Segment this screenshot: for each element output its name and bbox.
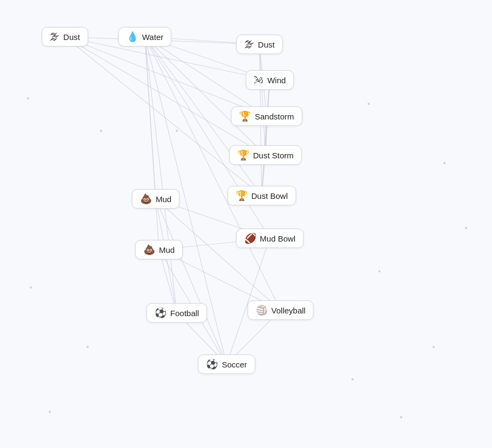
decorative-dot [30, 286, 32, 289]
decorative-dot [176, 130, 178, 132]
node-label-duststorm: Dust Storm [253, 151, 294, 160]
node-emoji-sandstorm: 🏆 [239, 111, 251, 121]
node-label-sandstorm: Sandstorm [255, 112, 294, 121]
node-emoji-soccer: ⚽ [206, 359, 218, 369]
svg-line-11 [145, 37, 159, 250]
node-dustbowl[interactable]: 🏆Dust Bowl [228, 186, 296, 205]
decorative-dot [378, 270, 381, 272]
node-football[interactable]: ⚽Football [147, 303, 207, 323]
decorative-dot [433, 346, 435, 348]
decorative-dot [49, 411, 51, 413]
graph-container: 🌫Dust💧Water🌫Dust🌬Wind🏆Sandstorm🏆Dust Sto… [0, 0, 492, 448]
decorative-dot [368, 103, 370, 105]
node-label-dust2: Dust [258, 40, 275, 49]
svg-line-3 [65, 37, 265, 155]
node-emoji-dust2: 🌫 [244, 39, 254, 49]
node-label-mudbowl: Mud Bowl [260, 234, 296, 243]
node-emoji-football: ⚽ [155, 308, 167, 318]
node-emoji-mud2: 💩 [143, 245, 155, 255]
node-emoji-dustbowl: 🏆 [236, 191, 248, 200]
node-label-mud1: Mud [156, 195, 171, 204]
node-label-volleyball: Volleyball [271, 306, 305, 315]
edges-svg [0, 0, 492, 448]
svg-line-17 [260, 44, 265, 155]
decorative-dot [465, 227, 467, 229]
node-duststorm[interactable]: 🏆Dust Storm [229, 145, 302, 165]
node-label-dust1: Dust [63, 32, 80, 42]
node-emoji-volleyball: 🏐 [256, 305, 268, 315]
node-label-water: Water [142, 32, 163, 42]
node-dust2[interactable]: 🌫Dust [236, 35, 283, 54]
svg-line-8 [145, 37, 265, 155]
node-wind[interactable]: 🌬Wind [245, 70, 294, 90]
node-emoji-wind: 🌬 [254, 75, 263, 85]
node-label-dustbowl: Dust Bowl [251, 191, 288, 200]
svg-line-21 [262, 80, 270, 196]
node-emoji-water: 💧 [127, 32, 138, 42]
node-soccer[interactable]: ⚽Soccer [198, 355, 255, 374]
node-water[interactable]: 💧Water [118, 27, 171, 46]
node-emoji-mud1: 💩 [140, 194, 152, 204]
node-emoji-mudbowl: 🏈 [244, 233, 256, 243]
node-mud2[interactable]: 💩Mud [135, 240, 183, 259]
node-label-mud2: Mud [159, 245, 175, 255]
node-dust1[interactable]: 🌫Dust [42, 27, 88, 46]
node-emoji-dust1: 🌫 [50, 32, 59, 42]
svg-line-31 [156, 199, 227, 364]
decorative-dot [351, 378, 354, 380]
decorative-dot [100, 130, 102, 132]
node-sandstorm[interactable]: 🏆Sandstorm [231, 106, 302, 126]
decorative-dot [87, 346, 89, 348]
node-volleyball[interactable]: 🏐Volleyball [248, 300, 314, 320]
svg-line-10 [145, 37, 156, 199]
node-mud1[interactable]: 💩Mud [132, 189, 179, 209]
node-mudbowl[interactable]: 🏈Mud Bowl [236, 229, 304, 248]
node-label-football: Football [170, 309, 199, 318]
node-emoji-duststorm: 🏆 [237, 150, 249, 160]
decorative-dot [400, 416, 402, 418]
decorative-dot [443, 162, 446, 164]
node-label-wind: Wind [267, 76, 285, 85]
decorative-dot [27, 97, 29, 99]
svg-line-13 [145, 37, 177, 313]
node-label-soccer: Soccer [222, 360, 247, 369]
